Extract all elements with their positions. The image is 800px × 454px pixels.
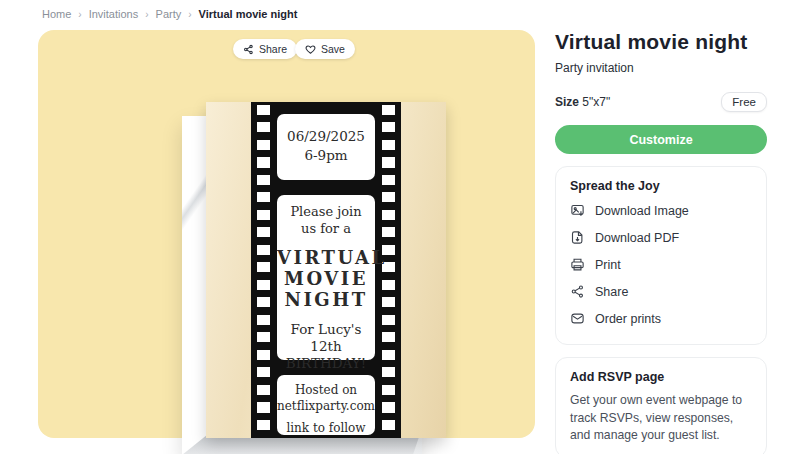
size-row: Size 5"x7" Free xyxy=(555,92,767,112)
save-button[interactable]: Save xyxy=(295,39,355,59)
share-icon xyxy=(243,44,254,55)
spread-the-joy-card: Spread the Joy Download Image xyxy=(555,166,767,345)
download-image-icon xyxy=(570,203,585,218)
event-title-line: NIGHT xyxy=(277,289,375,310)
download-pdf-action[interactable]: Download PDF xyxy=(570,224,752,251)
size-label: Size 5"x7" xyxy=(555,95,610,109)
hosted-line: link to follow xyxy=(277,420,375,436)
action-list: Download Image Download PDF xyxy=(570,197,752,332)
film-frame-hosted: Hosted on netflixparty.com link to follo… xyxy=(277,375,375,435)
action-label: Share xyxy=(595,285,628,299)
order-prints-action[interactable]: Order prints xyxy=(570,305,752,332)
film-frame-date: 06/29/2025 6-9pm xyxy=(277,114,375,180)
download-image-action[interactable]: Download Image xyxy=(570,197,752,224)
film-sprockets-left-icon xyxy=(257,105,270,435)
breadcrumb-separator-icon: › xyxy=(188,9,191,20)
invitation-preview[interactable]: 06/29/2025 6-9pm Please join us for a VI… xyxy=(206,102,446,438)
page-subtitle: Party invitation xyxy=(555,61,767,75)
breadcrumb-party[interactable]: Party xyxy=(156,8,182,20)
action-label: Print xyxy=(595,258,621,272)
breadcrumb-separator-icon: › xyxy=(78,9,81,20)
print-action[interactable]: Print xyxy=(570,251,752,278)
time-line: 6-9pm xyxy=(277,146,375,165)
print-icon xyxy=(570,257,585,272)
breadcrumb-separator-icon: › xyxy=(145,9,148,20)
customize-button[interactable]: Customize xyxy=(555,125,767,154)
save-button-label: Save xyxy=(321,43,345,55)
event-title-line: MOVIE xyxy=(277,268,375,289)
breadcrumb-invitations[interactable]: Invitations xyxy=(89,8,139,20)
spread-the-joy-title: Spread the Joy xyxy=(570,179,752,193)
heart-icon xyxy=(305,44,316,55)
honoree-line: BIRTHDAY! xyxy=(277,355,375,372)
order-prints-icon xyxy=(570,311,585,326)
action-label: Download PDF xyxy=(595,231,679,245)
share-button-label: Share xyxy=(259,43,287,55)
free-badge: Free xyxy=(721,92,767,112)
preview-stage: 06/29/2025 6-9pm Please join us for a VI… xyxy=(38,30,535,438)
date-line: 06/29/2025 xyxy=(277,127,375,146)
size-label-text: Size xyxy=(555,95,579,109)
details-panel: Virtual movie night Party invitation Siz… xyxy=(555,30,767,454)
share-icon xyxy=(570,284,585,299)
breadcrumb-current: Virtual movie night xyxy=(199,8,298,20)
film-strip: 06/29/2025 6-9pm Please join us for a VI… xyxy=(251,102,401,438)
add-rsvp-title: Add RSVP page xyxy=(570,370,752,384)
hosted-line: netflixparty.com xyxy=(277,398,375,414)
breadcrumb: Home › Invitations › Party › Virtual mov… xyxy=(42,8,297,20)
add-rsvp-description: Get your own event webpage to track RSVP… xyxy=(570,392,752,445)
share-button[interactable]: Share xyxy=(233,39,297,59)
action-label: Download Image xyxy=(595,204,689,218)
download-pdf-icon xyxy=(570,230,585,245)
action-label: Order prints xyxy=(595,312,661,326)
share-action[interactable]: Share xyxy=(570,278,752,305)
intro-line: us for a xyxy=(277,221,375,238)
hosted-line: Hosted on xyxy=(277,382,375,398)
add-rsvp-card[interactable]: Add RSVP page Get your own event webpage… xyxy=(555,357,767,454)
honoree-line: For Lucy's 12th xyxy=(277,321,375,355)
page-title: Virtual movie night xyxy=(555,30,767,54)
film-sprockets-right-icon xyxy=(382,105,395,435)
size-value: 5"x7" xyxy=(582,95,610,109)
event-title-line: VIRTUAL xyxy=(277,247,375,268)
breadcrumb-home[interactable]: Home xyxy=(42,8,71,20)
film-frame-main: Please join us for a VIRTUAL MOVIE NIGHT… xyxy=(277,195,375,360)
intro-line: Please join xyxy=(277,204,375,221)
